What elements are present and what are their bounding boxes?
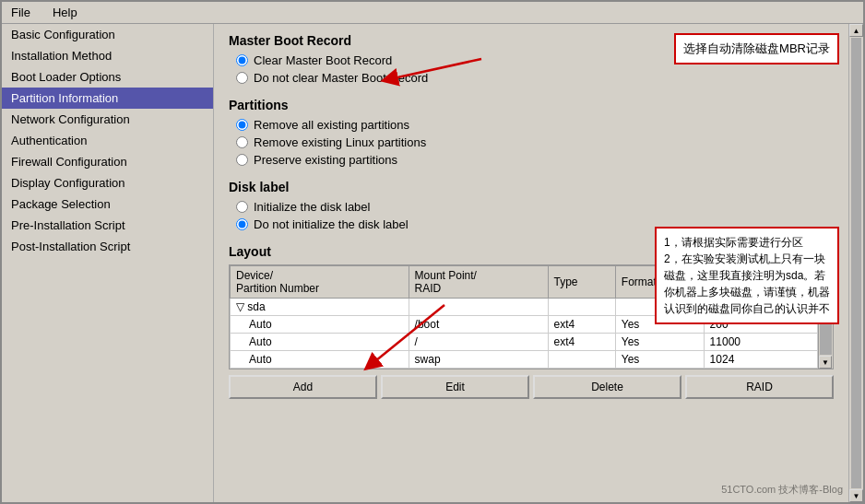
sidebar-item-package-selection[interactable]: Package Selection	[2, 193, 213, 215]
partition-radio-remove-linux[interactable]	[236, 136, 248, 148]
main-scroll-down[interactable]: ▼	[849, 489, 863, 502]
sidebar-item-display-configuration[interactable]: Display Configuration	[2, 172, 213, 193]
disklabel-radio-noinit[interactable]	[236, 218, 248, 230]
callout-bottom-text: 1，请根据实际需要进行分区 2，在实验安装测试机上只有一块 磁盘，这里我直接注明…	[664, 236, 830, 315]
mbr-radio-noclear[interactable]	[236, 72, 248, 84]
disklabel-label-noinit: Do not initialize the disk label	[254, 217, 409, 231]
main-scrollbar[interactable]: ▲ ▼	[848, 24, 863, 502]
partition-label-remove-all: Remove all existing partitions	[254, 118, 409, 132]
sidebar-item-partition-information[interactable]: Partition Information	[2, 88, 213, 109]
mbr-label-noclear: Do not clear Master Boot Record	[254, 71, 428, 85]
col-type: Type	[548, 266, 615, 299]
partitions-title: Partitions	[229, 98, 834, 112]
sidebar-item-post-installation-script[interactable]: Post-Installation Script	[2, 236, 213, 257]
main-scroll-up[interactable]: ▲	[849, 24, 863, 37]
sidebar-item-installation-method[interactable]: Installation Method	[2, 45, 213, 66]
partition-label-remove-linux: Remove existing Linux partitions	[254, 135, 426, 149]
mbr-label-clear: Clear Master Boot Record	[254, 53, 392, 67]
disklabel-title: Disk label	[229, 180, 834, 194]
partition-label-preserve: Preserve existing partitions	[254, 153, 397, 167]
disklabel-label-init: Initialize the disk label	[254, 200, 370, 214]
cell-mount-swap: swap	[409, 351, 548, 369]
cell-device-boot: Auto	[231, 316, 409, 334]
col-device: Device/Partition Number	[231, 266, 409, 299]
scroll-down-btn[interactable]: ▼	[819, 356, 832, 369]
menu-help[interactable]: Help	[47, 4, 83, 21]
menu-file[interactable]: File	[6, 4, 36, 21]
cell-type-boot: ext4	[548, 316, 615, 334]
sidebar-item-pre-installation-script[interactable]: Pre-Installation Script	[2, 215, 213, 236]
partition-option-3: Preserve existing partitions	[236, 153, 834, 167]
partition-radio-preserve[interactable]	[236, 154, 248, 166]
cell-device-sda: ▽ sda	[231, 299, 409, 316]
raid-button[interactable]: RAID	[685, 375, 834, 399]
col-mount: Mount Point/RAID	[409, 266, 548, 299]
cell-device-root: Auto	[231, 334, 409, 351]
sidebar: Basic ConfigurationInstallation MethodBo…	[2, 24, 214, 502]
cell-mount-root: /	[409, 334, 548, 351]
mbr-option-2: Do not clear Master Boot Record	[236, 71, 834, 85]
disklabel-section: Disk label Initialize the disk label Do …	[229, 180, 834, 231]
delete-button[interactable]: Delete	[533, 375, 681, 399]
disklabel-radio-init[interactable]	[236, 201, 248, 213]
sidebar-item-basic-configuration[interactable]: Basic Configuration	[2, 24, 213, 45]
cell-device-swap: Auto	[231, 351, 409, 369]
cell-size-root: 11000	[704, 334, 817, 351]
sidebar-item-firewall-configuration[interactable]: Firewall Configuration	[2, 151, 213, 172]
edit-button[interactable]: Edit	[381, 375, 529, 399]
add-button[interactable]: Add	[229, 375, 377, 399]
sidebar-item-boot-loader-options[interactable]: Boot Loader Options	[2, 66, 213, 88]
main-scroll: Master Boot Record Clear Master Boot Rec…	[214, 24, 863, 502]
table-action-buttons: Add Edit Delete RAID	[229, 375, 834, 399]
cell-mount-boot: /boot	[409, 316, 548, 334]
cell-type-root: ext4	[548, 334, 615, 351]
cell-format-root: Yes	[615, 334, 704, 351]
partition-radio-remove-all[interactable]	[236, 119, 248, 131]
partitions-section: Partitions Remove all existing partition…	[229, 98, 834, 167]
table-row: Auto swap Yes 1024	[231, 351, 818, 369]
watermark: 51CTO.com 技术博客-Blog	[721, 483, 843, 497]
cell-type-sda	[548, 299, 615, 316]
cell-format-swap: Yes	[615, 351, 704, 369]
main-scroll-thumb	[851, 38, 861, 488]
callout-bottom: 1，请根据实际需要进行分区 2，在实验安装测试机上只有一块 磁盘，这里我直接注明…	[655, 227, 839, 324]
partition-option-2: Remove existing Linux partitions	[236, 135, 834, 149]
callout-top-text: 选择自动清除磁盘MBR记录	[683, 41, 830, 55]
mbr-radio-clear[interactable]	[236, 54, 248, 66]
cell-size-swap: 1024	[704, 351, 817, 369]
main-inner: Master Boot Record Clear Master Boot Rec…	[214, 24, 848, 502]
sidebar-item-network-configuration[interactable]: Network Configuration	[2, 109, 213, 130]
partitions-options: Remove all existing partitions Remove ex…	[236, 118, 834, 167]
disklabel-option-1: Initialize the disk label	[236, 200, 834, 214]
cell-type-swap	[548, 351, 615, 369]
main-window: File Help Basic ConfigurationInstallatio…	[0, 0, 865, 504]
partition-option-1: Remove all existing partitions	[236, 118, 834, 132]
menubar: File Help	[2, 2, 863, 24]
sidebar-item-authentication[interactable]: Authentication	[2, 130, 213, 151]
callout-top: 选择自动清除磁盘MBR记录	[674, 33, 839, 64]
cell-mount-sda	[409, 299, 548, 316]
table-row: Auto / ext4 Yes 11000	[231, 334, 818, 351]
content-area: Basic ConfigurationInstallation MethodBo…	[2, 24, 863, 502]
